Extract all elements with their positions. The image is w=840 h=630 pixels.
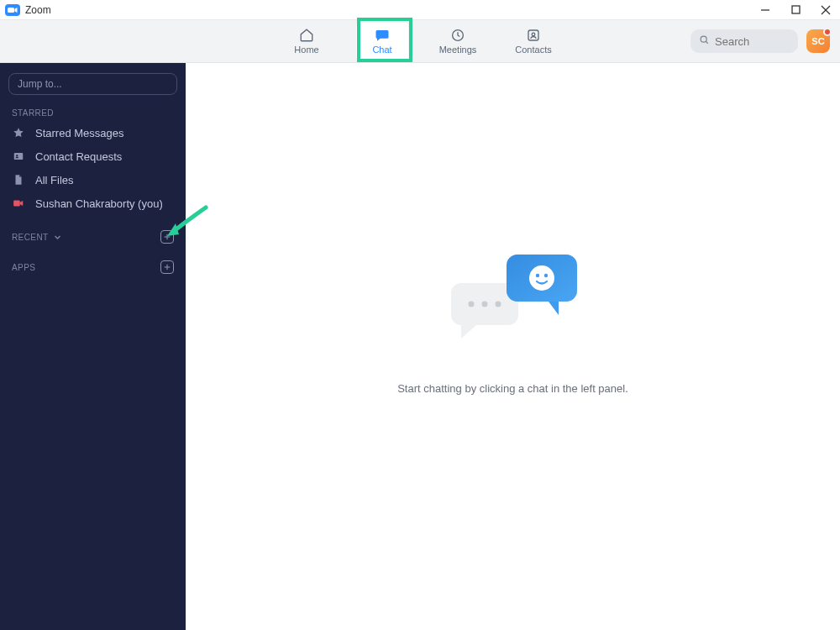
sidebar-item-all-files[interactable]: All Files [0, 168, 186, 192]
tab-label: Contacts [515, 45, 551, 55]
svg-point-19 [482, 302, 488, 307]
status-dot-icon [823, 28, 832, 36]
sidebar-group-starred: STARRED [0, 102, 186, 121]
top-nav-right: SC [690, 29, 830, 53]
svg-point-18 [469, 302, 475, 307]
svg-point-23 [529, 265, 554, 291]
svg-point-8 [701, 36, 706, 42]
jump-to-placeholder: Jump to... [18, 78, 62, 90]
top-nav-tabs: Home Chat Meetings Contacts [281, 23, 559, 60]
star-icon [12, 126, 25, 139]
titlebar-left: Zoom [5, 4, 51, 16]
window-title: Zoom [25, 4, 51, 16]
sidebar-item-contact-requests[interactable]: Contact Requests [0, 144, 186, 168]
svg-point-25 [544, 274, 548, 277]
sidebar-group-label: STARRED [12, 108, 54, 118]
svg-line-9 [706, 41, 708, 44]
add-recent-button[interactable] [160, 230, 174, 244]
zoom-logo-icon [5, 4, 20, 16]
tab-label: Home [294, 45, 318, 55]
empty-state: Start chatting by clicking a chat in the… [397, 248, 628, 395]
tab-chat[interactable]: Chat [356, 23, 408, 60]
svg-rect-0 [8, 8, 14, 13]
search-input[interactable] [715, 35, 790, 48]
search-icon [699, 34, 710, 48]
tab-meetings[interactable]: Meetings [432, 23, 484, 60]
video-icon [12, 197, 25, 210]
sidebar-item-self-contact[interactable]: Sushan Chakraborty (you) [0, 192, 186, 215]
avatar-initials: SC [811, 36, 824, 46]
jump-to-input[interactable]: Jump to... [8, 73, 177, 95]
add-apps-button[interactable] [160, 260, 174, 274]
svg-rect-10 [14, 153, 24, 160]
svg-point-11 [16, 155, 18, 156]
maximize-button[interactable] [788, 3, 803, 18]
clock-icon [450, 28, 465, 43]
search-box[interactable] [690, 29, 798, 53]
top-nav: Home Chat Meetings Contacts [0, 20, 840, 63]
svg-rect-12 [13, 201, 20, 207]
svg-point-20 [496, 302, 501, 307]
window-controls [758, 3, 833, 18]
sidebar-group-apps[interactable]: APPS [0, 254, 186, 277]
tab-home[interactable]: Home [281, 23, 333, 60]
chevron-down-icon [54, 233, 62, 241]
sidebar-item-label: Sushan Chakraborty (you) [35, 197, 163, 210]
svg-point-24 [536, 274, 539, 277]
sidebar-item-label: Starred Messages [35, 127, 124, 139]
tab-label: Chat [372, 45, 391, 55]
avatar[interactable]: SC [806, 29, 830, 53]
sidebar-item-label: All Files [35, 174, 74, 186]
tab-contacts[interactable]: Contacts [507, 23, 559, 60]
sidebar-item-label: Contact Requests [35, 150, 122, 163]
tab-label: Meetings [439, 45, 477, 55]
contacts-icon [526, 28, 541, 43]
file-icon [12, 173, 25, 186]
titlebar: Zoom [0, 0, 840, 20]
minimize-button[interactable] [758, 3, 773, 18]
svg-rect-6 [528, 30, 538, 40]
main-content: Start chatting by clicking a chat in the… [186, 63, 840, 630]
sidebar-group-label: RECENT [12, 233, 49, 242]
close-button[interactable] [818, 3, 833, 18]
contact-card-icon [12, 150, 25, 163]
sidebar: Jump to... STARRED Starred Messages Cont… [0, 63, 186, 630]
sidebar-group-label: APPS [12, 263, 35, 272]
svg-rect-2 [792, 6, 800, 13]
svg-point-7 [532, 33, 535, 36]
chat-illustration-icon [441, 248, 584, 352]
home-icon [299, 28, 314, 43]
chat-icon [375, 28, 390, 43]
sidebar-group-recent[interactable]: RECENT [0, 223, 186, 247]
sidebar-item-starred-messages[interactable]: Starred Messages [0, 121, 186, 144]
empty-state-text: Start chatting by clicking a chat in the… [397, 382, 628, 395]
body: Jump to... STARRED Starred Messages Cont… [0, 63, 840, 630]
